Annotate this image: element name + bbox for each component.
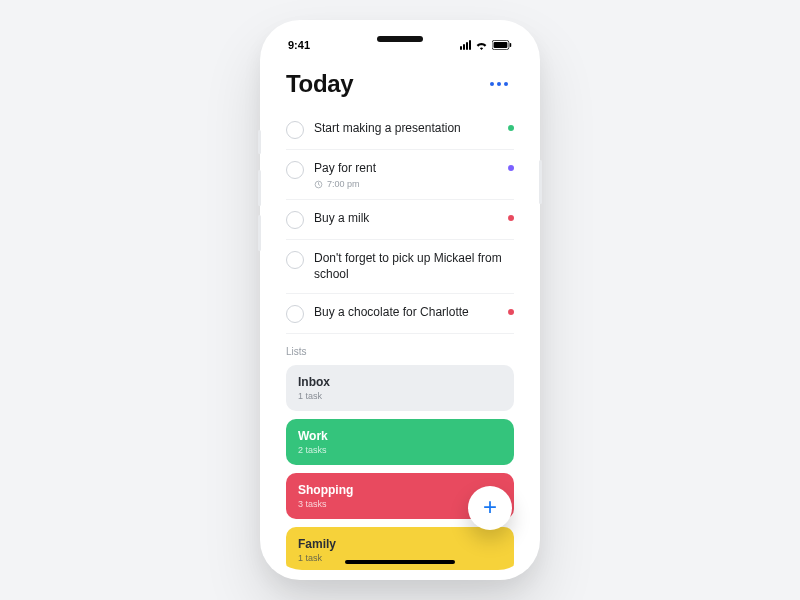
task-title: Don't forget to pick up Mickael from sch… — [314, 250, 514, 282]
page-title: Today — [286, 70, 353, 98]
task-title: Pay for rent — [314, 160, 498, 176]
list-name: Work — [298, 429, 502, 443]
mute-switch — [258, 130, 261, 154]
task-row[interactable]: Start making a presentation — [286, 110, 514, 150]
task-title: Buy a chocolate for Charlotte — [314, 304, 498, 320]
phone-screen: 9:41 Today — [270, 30, 530, 570]
task-title: Buy a milk — [314, 210, 498, 226]
list-name: Family — [298, 537, 502, 551]
list-sub: 2 tasks — [298, 445, 502, 455]
power-button — [539, 160, 542, 204]
volume-up — [258, 170, 261, 206]
task-checkbox[interactable] — [286, 305, 304, 323]
task-row[interactable]: Buy a chocolate for Charlotte — [286, 294, 514, 334]
task-time: 7:00 pm — [314, 179, 498, 189]
plus-icon: + — [483, 495, 497, 519]
volume-down — [258, 215, 261, 251]
notch — [340, 30, 460, 54]
wifi-icon — [475, 40, 488, 50]
svg-rect-2 — [510, 43, 512, 47]
list-sub: 1 task — [298, 391, 502, 401]
header: Today — [286, 66, 514, 110]
more-icon — [490, 82, 494, 86]
svg-rect-1 — [494, 42, 508, 48]
clock-icon — [314, 180, 323, 189]
task-tag-dot — [508, 165, 514, 171]
list-card-work[interactable]: Work 2 tasks — [286, 419, 514, 465]
task-tag-dot — [508, 309, 514, 315]
task-row[interactable]: Buy a milk — [286, 200, 514, 240]
task-row[interactable]: Pay for rent 7:00 pm — [286, 150, 514, 200]
add-button[interactable]: + — [468, 486, 512, 530]
status-icons — [460, 40, 512, 50]
more-button[interactable] — [484, 76, 514, 92]
list-card-inbox[interactable]: Inbox 1 task — [286, 365, 514, 411]
status-time: 9:41 — [288, 39, 310, 51]
task-tag-dot — [508, 125, 514, 131]
task-checkbox[interactable] — [286, 251, 304, 269]
phone-frame: 9:41 Today — [260, 20, 540, 580]
task-row[interactable]: Don't forget to pick up Mickael from sch… — [286, 240, 514, 293]
task-tag-dot — [508, 215, 514, 221]
task-checkbox[interactable] — [286, 121, 304, 139]
task-title: Start making a presentation — [314, 120, 498, 136]
lists-section-label: Lists — [286, 346, 514, 357]
cellular-icon — [460, 40, 471, 50]
list-name: Inbox — [298, 375, 502, 389]
task-checkbox[interactable] — [286, 211, 304, 229]
home-indicator[interactable] — [345, 560, 455, 564]
battery-icon — [492, 40, 512, 50]
task-checkbox[interactable] — [286, 161, 304, 179]
